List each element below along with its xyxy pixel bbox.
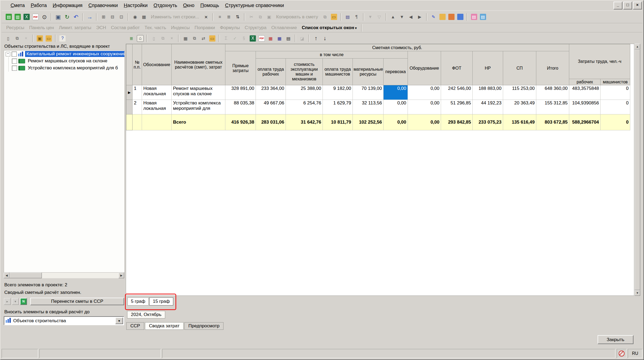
new-estimate-icon[interactable]: ▯ (4, 34, 13, 43)
structure-view-icon[interactable]: ≣ (127, 34, 136, 43)
cell-fot[interactable]: 242 546,00 (441, 85, 473, 100)
search-icon[interactable]: ⊙ (40, 12, 49, 21)
maximize-button[interactable]: □ (623, 2, 632, 9)
navigate-icon[interactable]: → (85, 12, 94, 21)
cell-operators[interactable]: 10 811,79 (323, 114, 353, 130)
cell-fot[interactable]: 51 296,85 (441, 100, 473, 114)
save-icon[interactable]: ▣ (54, 12, 63, 21)
cell-num[interactable]: 1 (133, 85, 142, 100)
cell-labor[interactable]: 49 667,06 (256, 100, 286, 114)
cell-basis[interactable]: Новая локальная (142, 100, 172, 114)
cell-direct[interactable]: 88 035,38 (225, 100, 256, 114)
dropdown-arrow-button[interactable]: ▼ (115, 317, 123, 324)
cell-lab-operators[interactable]: 0 (601, 85, 630, 100)
group-edit-icon[interactable]: ⊟ (108, 12, 117, 21)
open-folder-icon[interactable]: ▭ (44, 34, 53, 43)
cell-lab-workers[interactable]: 483,3575848 (569, 85, 601, 100)
cell-labor[interactable]: 233 364,00 (256, 85, 286, 100)
cell-machines[interactable]: 6 254,76 (286, 100, 323, 114)
norm-base-button[interactable]: N (20, 298, 27, 305)
view-mode-icon[interactable]: ▦ (140, 12, 148, 21)
level-right-icon[interactable]: ▶ (415, 12, 424, 21)
cell-direct[interactable]: 416 926,38 (225, 114, 256, 130)
keyboard-layout-indicator[interactable]: RU (628, 349, 642, 358)
cell-num[interactable]: 2 (133, 100, 142, 114)
print-icon[interactable]: ▤ (284, 34, 293, 43)
export-excel-icon[interactable]: X (22, 12, 31, 21)
cell-nr[interactable]: 44 192,23 (473, 100, 503, 114)
scrollbar-thumb[interactable] (635, 49, 640, 290)
level-left-icon[interactable]: ◀ (406, 12, 415, 21)
copy-object-icon[interactable]: ⧉ (190, 34, 199, 43)
menu-window[interactable]: Окно (180, 2, 197, 9)
export-pdf-icon[interactable]: PDF (31, 12, 40, 21)
tree-item-project[interactable]: − Капитальный ремонт инженерных сооружен… (4, 50, 124, 57)
menu-work[interactable]: Работа (28, 2, 50, 9)
folder-contents-icon[interactable]: ▭ (208, 34, 217, 43)
tree-checkbox[interactable] (12, 52, 17, 57)
outline-expand-icon[interactable]: ≣ (224, 12, 233, 21)
report-icon[interactable]: ▤ (343, 12, 352, 21)
cell-name[interactable]: Ремонт маршевых спусков на склоне (172, 85, 225, 100)
cell-nr[interactable]: 233 075,23 (473, 114, 503, 130)
tree-item-label[interactable]: Устройство комплекса мероприятий для б (26, 65, 119, 71)
scroll-right-icon[interactable]: ▶ (118, 273, 124, 278)
cell-materials[interactable]: 102 252,56 (353, 114, 384, 130)
cell-materials[interactable]: 70 139,00 (353, 85, 384, 100)
cell-total[interactable]: 648 360,00 (536, 85, 569, 100)
cell-lab-operators[interactable]: 0 (601, 114, 630, 130)
cell-transport[interactable]: 0,00 (384, 114, 408, 130)
undo-icon[interactable]: ↶ (72, 12, 80, 21)
close-row-icon[interactable]: × (202, 12, 211, 21)
truck-orange-icon[interactable] (447, 12, 456, 21)
menu-references[interactable]: Справочники (85, 2, 121, 9)
move-row-down-icon[interactable]: ↓ (320, 34, 329, 43)
cell-basis[interactable]: Новая локальная (142, 85, 172, 100)
copy-sheet-icon[interactable]: ⧉ (321, 12, 330, 21)
menu-settings[interactable]: Настройки (121, 2, 151, 9)
scroll-up-icon[interactable]: ▲ (635, 44, 640, 49)
insert-position-icon[interactable]: ▤ (4, 12, 13, 21)
export-excel-icon[interactable]: X (248, 34, 257, 43)
cell-total[interactable]: 155 312,85 (536, 100, 569, 114)
tab-ssr[interactable]: ССР (126, 322, 144, 330)
insert-section-icon[interactable]: ▥ (13, 12, 22, 21)
cell-sp[interactable]: 20 363,49 (503, 100, 536, 114)
insert-folder-icon[interactable]: ▭ (330, 12, 338, 21)
copy-estimate-icon[interactable]: ⧉ (13, 34, 22, 43)
highlight-pen-icon[interactable]: ✎ (429, 12, 438, 21)
scrollbar-thumb[interactable] (9, 273, 42, 278)
cell-operators[interactable]: 9 182,00 (323, 85, 353, 100)
scroll-left-icon[interactable]: ◀ (4, 273, 9, 278)
truck-yellow-icon[interactable] (438, 12, 447, 21)
car-blue-icon[interactable] (456, 12, 465, 21)
sort-down-icon[interactable]: ▼ (398, 12, 406, 21)
transfer-estimates-button[interactable]: Перенести сметы в ССР (30, 298, 124, 305)
move-row-up-icon[interactable]: ↑ (311, 34, 320, 43)
period-tab[interactable]: 2024, Октябрь (127, 311, 165, 318)
minimize-button[interactable]: _ (614, 2, 622, 9)
help-icon[interactable]: ? (58, 34, 67, 43)
cell-total[interactable]: 803 672,85 (536, 114, 569, 130)
cell-materials[interactable]: 32 113,56 (353, 100, 384, 114)
scroll-down-icon[interactable]: ▼ (635, 290, 640, 296)
sort-up-icon[interactable]: ▲ (389, 12, 398, 21)
cell-labor[interactable]: 283 031,06 (256, 114, 286, 130)
group-structure-icon[interactable]: ⊞ (99, 12, 108, 21)
cell-direct[interactable]: 328 891,00 (225, 85, 256, 100)
cell-equipment[interactable]: 0,00 (408, 114, 441, 130)
menu-estimate[interactable]: Смета (8, 2, 28, 9)
cell-name[interactable]: Устройство комплекса мероприятий для (172, 100, 225, 114)
home-icon[interactable]: ⌂ (136, 34, 145, 43)
insert-target-dropdown[interactable]: Объектов строительства ▼ (4, 316, 124, 325)
export-pdf-icon[interactable]: PDF (257, 34, 266, 43)
indexes-table-icon[interactable]: ▦ (266, 34, 275, 43)
tree-horizontal-scrollbar[interactable]: ◀ ▶ (4, 273, 124, 278)
tab-5-graph[interactable]: 5 граф (127, 297, 149, 305)
open-windows-list[interactable]: Список открытых окон ▾ (299, 25, 359, 30)
insert-object-icon[interactable]: ▦ (181, 34, 190, 43)
tree-item-estimate[interactable]: Устройство комплекса мероприятий для б (9, 64, 124, 72)
materials-pink-icon[interactable]: ▤ (470, 12, 479, 21)
resources-table-icon[interactable]: ▦ (275, 34, 284, 43)
menu-information[interactable]: Информация (50, 2, 85, 9)
